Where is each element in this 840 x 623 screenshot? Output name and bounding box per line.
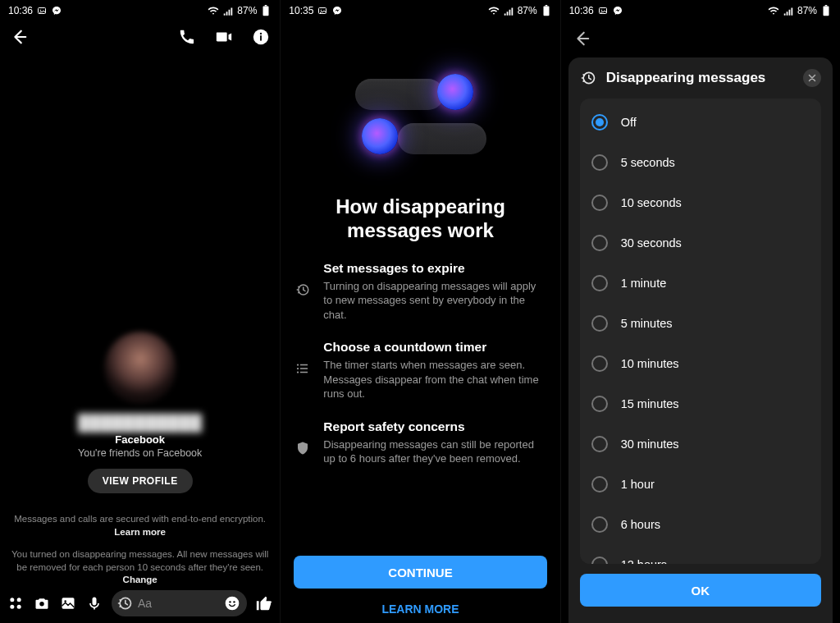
history-icon [295, 261, 312, 323]
timer-modal: Disappearing messages Off5 seconds10 sec… [568, 57, 833, 623]
radio-icon [591, 355, 608, 372]
status-battery-pct: 87% [237, 5, 257, 16]
status-battery-pct: 87% [518, 5, 537, 16]
screen-chat: 10:36 87% [0, 0, 280, 623]
battery-icon [260, 5, 272, 16]
info-icon[interactable] [252, 28, 270, 46]
thumbs-up-icon[interactable] [255, 594, 273, 612]
chat-header [0, 21, 280, 53]
svg-rect-31 [823, 6, 829, 16]
learn-more-link[interactable]: Learn more [114, 527, 166, 537]
item-body: Disappearing messages can still be repor… [323, 437, 545, 466]
contact-sub: You're friends on Facebook [11, 447, 268, 459]
svg-rect-2 [263, 6, 269, 16]
message-input[interactable]: Aa [112, 590, 247, 616]
battery-icon [541, 5, 552, 16]
encryption-notice: Messages and calls are secured with end-… [0, 513, 280, 538]
radio-icon [591, 557, 608, 565]
timer-option[interactable]: 12 hours [591, 544, 810, 564]
signal-icon [783, 5, 794, 16]
status-time: 10:35 [289, 5, 313, 16]
screen-timer-picker: 10:36 87% D [560, 0, 840, 623]
contact-platform: Facebook [11, 433, 268, 446]
svg-point-13 [64, 600, 66, 602]
call-icon[interactable] [178, 28, 196, 46]
learn-more-button[interactable]: LEARN MORE [294, 595, 546, 623]
timer-option-label: 15 minutes [621, 397, 679, 410]
image-indicator-icon [597, 5, 609, 16]
composer-row: Aa [0, 587, 280, 623]
svg-rect-3 [265, 5, 267, 6]
page-title: How disappearing messages work [295, 195, 545, 243]
timer-option[interactable]: 10 minutes [591, 343, 810, 383]
timer-option[interactable]: 5 minutes [591, 303, 810, 343]
back-arrow-icon[interactable] [10, 28, 28, 46]
message-placeholder: Aa [138, 597, 219, 610]
more-grid-icon[interactable] [7, 595, 25, 612]
radio-icon [591, 114, 608, 131]
image-indicator-icon [36, 5, 48, 16]
timer-option[interactable]: 1 minute [591, 263, 810, 303]
svg-rect-12 [62, 598, 75, 608]
svg-point-10 [17, 605, 21, 609]
info-item-expire: Set messages to expire Turning on disapp… [295, 261, 545, 323]
continue-button[interactable]: CONTINUE [294, 556, 546, 589]
item-title: Report safety concerns [323, 419, 545, 434]
svg-point-16 [230, 601, 231, 602]
timer-option-label: 5 minutes [621, 317, 673, 330]
disappearing-notice: You turned on disappearing messages. All… [0, 548, 280, 587]
timer-option[interactable]: 6 hours [591, 504, 810, 544]
timer-option[interactable]: 10 seconds [591, 182, 810, 222]
list-icon [295, 340, 312, 401]
svg-point-27 [297, 372, 299, 373]
timer-option[interactable]: 1 hour [591, 464, 810, 504]
svg-rect-20 [543, 6, 549, 16]
wifi-icon [488, 5, 500, 16]
svg-point-9 [10, 605, 14, 609]
change-link[interactable]: Change [123, 575, 158, 584]
info-item-safety: Report safety concerns Disappearing mess… [295, 419, 545, 466]
signal-icon [503, 5, 514, 16]
svg-point-15 [226, 597, 240, 611]
close-icon[interactable] [803, 69, 821, 87]
radio-icon [591, 154, 608, 171]
timer-option-label: 30 seconds [621, 236, 682, 250]
mic-icon[interactable] [85, 595, 103, 612]
svg-rect-26 [300, 368, 308, 369]
view-profile-button[interactable]: VIEW PROFILE [88, 469, 193, 493]
timer-option-label: 1 hour [621, 478, 655, 491]
timer-option-label: 1 minute [621, 277, 667, 290]
signal-icon [222, 5, 234, 16]
back-arrow-icon[interactable] [573, 30, 591, 48]
svg-rect-24 [300, 364, 308, 366]
emoji-icon[interactable] [224, 595, 240, 612]
svg-point-19 [321, 10, 322, 11]
timer-option[interactable]: 30 minutes [591, 424, 810, 464]
ok-button[interactable]: OK [580, 574, 821, 607]
radio-icon [591, 275, 608, 291]
timer-option[interactable]: 5 seconds [591, 142, 810, 182]
messenger-indicator-icon [331, 5, 343, 16]
radio-icon [591, 436, 608, 452]
radio-icon [591, 396, 608, 412]
timer-option[interactable]: Off [591, 102, 810, 142]
wifi-icon [208, 5, 219, 16]
image-indicator-icon [317, 5, 328, 16]
status-time: 10:36 [8, 5, 33, 16]
item-title: Set messages to expire [323, 261, 545, 276]
svg-point-17 [234, 601, 235, 602]
camera-icon[interactable] [33, 595, 51, 612]
gallery-icon[interactable] [59, 595, 77, 612]
timer-option-label: Off [621, 116, 637, 129]
item-title: Choose a countdown timer [323, 340, 545, 355]
svg-point-23 [297, 364, 299, 366]
radio-icon [591, 476, 608, 492]
timer-option-label: 10 seconds [621, 196, 682, 209]
status-time: 10:36 [569, 5, 594, 16]
video-call-icon[interactable] [214, 28, 234, 46]
timer-option[interactable]: 30 seconds [591, 222, 810, 263]
svg-rect-21 [545, 5, 547, 6]
timer-option[interactable]: 15 minutes [591, 383, 810, 424]
modal-title: Disappearing messages [606, 70, 793, 86]
timer-option-label: 30 minutes [621, 437, 679, 451]
